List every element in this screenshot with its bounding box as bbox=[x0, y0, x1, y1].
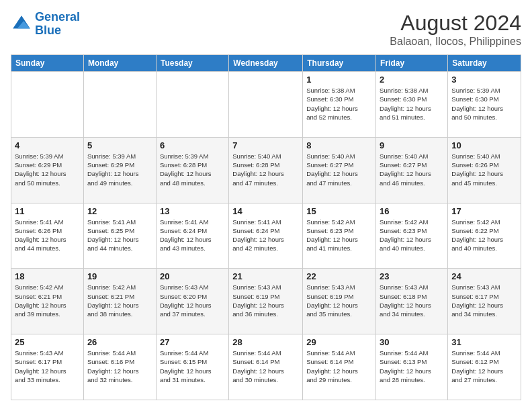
day-info: Sunrise: 5:38 AM Sunset: 6:30 PM Dayligh… bbox=[306, 86, 372, 122]
calendar-cell: 18Sunrise: 5:42 AM Sunset: 6:21 PM Dayli… bbox=[11, 269, 84, 334]
day-number: 31 bbox=[451, 337, 517, 347]
calendar-cell: 17Sunrise: 5:42 AM Sunset: 6:22 PM Dayli… bbox=[448, 203, 521, 269]
week-row-4: 18Sunrise: 5:42 AM Sunset: 6:21 PM Dayli… bbox=[11, 269, 521, 334]
day-info: Sunrise: 5:41 AM Sunset: 6:26 PM Dayligh… bbox=[15, 218, 80, 253]
day-number: 10 bbox=[451, 140, 517, 150]
calendar-cell: 20Sunrise: 5:43 AM Sunset: 6:20 PM Dayli… bbox=[156, 269, 228, 334]
day-number: 5 bbox=[87, 140, 152, 150]
day-info: Sunrise: 5:42 AM Sunset: 6:21 PM Dayligh… bbox=[87, 283, 152, 318]
calendar-header: SundayMondayTuesdayWednesdayThursdayFrid… bbox=[11, 55, 521, 72]
day-number: 24 bbox=[451, 271, 517, 281]
day-number: 22 bbox=[306, 271, 372, 281]
day-number: 19 bbox=[87, 271, 152, 281]
calendar-cell: 27Sunrise: 5:44 AM Sunset: 6:15 PM Dayli… bbox=[156, 334, 228, 400]
day-info: Sunrise: 5:42 AM Sunset: 6:22 PM Dayligh… bbox=[451, 218, 517, 253]
calendar-cell: 16Sunrise: 5:42 AM Sunset: 6:23 PM Dayli… bbox=[376, 203, 448, 269]
day-number: 28 bbox=[232, 337, 299, 347]
week-row-5: 25Sunrise: 5:43 AM Sunset: 6:17 PM Dayli… bbox=[11, 334, 521, 400]
calendar-cell bbox=[229, 72, 303, 138]
header: General Blue August 2024 Balaoan, Ilocos… bbox=[11, 11, 521, 48]
month-year: August 2024 bbox=[390, 11, 521, 36]
day-info: Sunrise: 5:41 AM Sunset: 6:24 PM Dayligh… bbox=[160, 218, 225, 253]
calendar-cell: 15Sunrise: 5:42 AM Sunset: 6:23 PM Dayli… bbox=[303, 203, 376, 269]
day-of-week-friday: Friday bbox=[376, 55, 448, 72]
logo-icon bbox=[11, 13, 32, 35]
calendar-body: 1Sunrise: 5:38 AM Sunset: 6:30 PM Daylig… bbox=[11, 72, 521, 400]
day-info: Sunrise: 5:43 AM Sunset: 6:19 PM Dayligh… bbox=[232, 283, 299, 318]
day-number: 21 bbox=[232, 271, 299, 281]
calendar-cell: 11Sunrise: 5:41 AM Sunset: 6:26 PM Dayli… bbox=[11, 203, 84, 269]
day-number: 16 bbox=[380, 206, 444, 216]
day-info: Sunrise: 5:44 AM Sunset: 6:12 PM Dayligh… bbox=[451, 349, 517, 384]
day-of-week-saturday: Saturday bbox=[448, 55, 521, 72]
day-number: 1 bbox=[306, 75, 372, 85]
day-info: Sunrise: 5:42 AM Sunset: 6:23 PM Dayligh… bbox=[380, 218, 444, 253]
day-info: Sunrise: 5:43 AM Sunset: 6:17 PM Dayligh… bbox=[451, 283, 517, 318]
day-info: Sunrise: 5:40 AM Sunset: 6:27 PM Dayligh… bbox=[380, 152, 444, 187]
calendar-cell: 21Sunrise: 5:43 AM Sunset: 6:19 PM Dayli… bbox=[229, 269, 303, 334]
day-info: Sunrise: 5:43 AM Sunset: 6:17 PM Dayligh… bbox=[15, 349, 80, 384]
day-info: Sunrise: 5:39 AM Sunset: 6:29 PM Dayligh… bbox=[15, 152, 80, 187]
day-info: Sunrise: 5:41 AM Sunset: 6:24 PM Dayligh… bbox=[232, 218, 299, 253]
page: General Blue August 2024 Balaoan, Ilocos… bbox=[0, 0, 532, 411]
day-number: 7 bbox=[232, 140, 299, 150]
week-row-1: 1Sunrise: 5:38 AM Sunset: 6:30 PM Daylig… bbox=[11, 72, 521, 138]
day-of-week-wednesday: Wednesday bbox=[229, 55, 303, 72]
calendar-cell: 25Sunrise: 5:43 AM Sunset: 6:17 PM Dayli… bbox=[11, 334, 84, 400]
day-number: 8 bbox=[306, 140, 372, 150]
day-number: 4 bbox=[15, 140, 80, 150]
calendar-cell: 14Sunrise: 5:41 AM Sunset: 6:24 PM Dayli… bbox=[229, 203, 303, 269]
day-info: Sunrise: 5:43 AM Sunset: 6:18 PM Dayligh… bbox=[380, 283, 444, 318]
day-info: Sunrise: 5:40 AM Sunset: 6:27 PM Dayligh… bbox=[306, 152, 372, 187]
day-number: 23 bbox=[380, 271, 444, 281]
day-info: Sunrise: 5:42 AM Sunset: 6:23 PM Dayligh… bbox=[306, 218, 372, 253]
day-number: 6 bbox=[160, 140, 225, 150]
day-of-week-monday: Monday bbox=[83, 55, 156, 72]
day-info: Sunrise: 5:44 AM Sunset: 6:13 PM Dayligh… bbox=[380, 349, 444, 384]
calendar-cell: 6Sunrise: 5:39 AM Sunset: 6:28 PM Daylig… bbox=[156, 137, 228, 203]
day-number: 18 bbox=[15, 271, 80, 281]
day-info: Sunrise: 5:38 AM Sunset: 6:30 PM Dayligh… bbox=[380, 86, 444, 122]
day-number: 11 bbox=[15, 206, 80, 216]
day-number: 9 bbox=[380, 140, 444, 150]
calendar-cell: 5Sunrise: 5:39 AM Sunset: 6:29 PM Daylig… bbox=[83, 137, 156, 203]
day-number: 12 bbox=[87, 206, 152, 216]
calendar-cell: 19Sunrise: 5:42 AM Sunset: 6:21 PM Dayli… bbox=[83, 269, 156, 334]
day-info: Sunrise: 5:40 AM Sunset: 6:28 PM Dayligh… bbox=[232, 152, 299, 187]
day-number: 26 bbox=[87, 337, 152, 347]
calendar-cell: 7Sunrise: 5:40 AM Sunset: 6:28 PM Daylig… bbox=[229, 137, 303, 203]
day-of-week-tuesday: Tuesday bbox=[156, 55, 228, 72]
day-info: Sunrise: 5:43 AM Sunset: 6:19 PM Dayligh… bbox=[306, 283, 372, 318]
day-number: 27 bbox=[160, 337, 225, 347]
calendar-cell: 4Sunrise: 5:39 AM Sunset: 6:29 PM Daylig… bbox=[11, 137, 84, 203]
days-of-week-row: SundayMondayTuesdayWednesdayThursdayFrid… bbox=[11, 55, 521, 72]
calendar-cell: 28Sunrise: 5:44 AM Sunset: 6:14 PM Dayli… bbox=[229, 334, 303, 400]
day-of-week-sunday: Sunday bbox=[11, 55, 84, 72]
day-number: 29 bbox=[306, 337, 372, 347]
logo-blue: Blue bbox=[35, 24, 61, 37]
calendar-cell bbox=[11, 72, 84, 138]
calendar-cell: 12Sunrise: 5:41 AM Sunset: 6:25 PM Dayli… bbox=[83, 203, 156, 269]
day-number: 13 bbox=[160, 206, 225, 216]
calendar-cell: 24Sunrise: 5:43 AM Sunset: 6:17 PM Dayli… bbox=[448, 269, 521, 334]
calendar-cell: 10Sunrise: 5:40 AM Sunset: 6:26 PM Dayli… bbox=[448, 137, 521, 203]
calendar-cell: 3Sunrise: 5:39 AM Sunset: 6:30 PM Daylig… bbox=[448, 72, 521, 138]
day-number: 14 bbox=[232, 206, 299, 216]
calendar-cell: 30Sunrise: 5:44 AM Sunset: 6:13 PM Dayli… bbox=[376, 334, 448, 400]
logo-general: General bbox=[35, 10, 80, 24]
day-number: 20 bbox=[160, 271, 225, 281]
calendar-cell bbox=[156, 72, 228, 138]
calendar-cell: 26Sunrise: 5:44 AM Sunset: 6:16 PM Dayli… bbox=[83, 334, 156, 400]
day-info: Sunrise: 5:44 AM Sunset: 6:15 PM Dayligh… bbox=[160, 349, 225, 384]
day-info: Sunrise: 5:42 AM Sunset: 6:21 PM Dayligh… bbox=[15, 283, 80, 318]
calendar-cell bbox=[83, 72, 156, 138]
day-info: Sunrise: 5:44 AM Sunset: 6:14 PM Dayligh… bbox=[232, 349, 299, 384]
week-row-2: 4Sunrise: 5:39 AM Sunset: 6:29 PM Daylig… bbox=[11, 137, 521, 203]
calendar-cell: 2Sunrise: 5:38 AM Sunset: 6:30 PM Daylig… bbox=[376, 72, 448, 138]
title-block: August 2024 Balaoan, Ilocos, Philippines bbox=[390, 11, 521, 48]
day-number: 30 bbox=[380, 337, 444, 347]
logo-text: General Blue bbox=[35, 11, 80, 38]
calendar-cell: 29Sunrise: 5:44 AM Sunset: 6:14 PM Dayli… bbox=[303, 334, 376, 400]
day-info: Sunrise: 5:43 AM Sunset: 6:20 PM Dayligh… bbox=[160, 283, 225, 318]
day-number: 2 bbox=[380, 75, 444, 85]
